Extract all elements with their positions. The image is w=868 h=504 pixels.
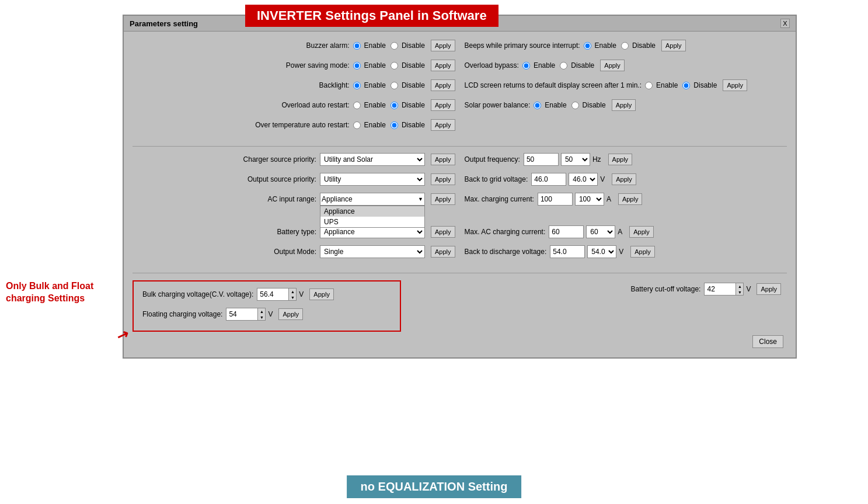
output-freq-right: Output frequency: 50 60 Hz Apply [460,153,787,166]
overloadbypass-disable-radio[interactable] [560,62,567,69]
backlight-enable-label: Enable [364,81,386,89]
solarbalance-radio-group: Enable Disable [534,101,608,109]
powersaving-radio-group: Enable Disable [353,61,427,69]
lcd-disable-radio[interactable] [682,82,690,89]
float-spin-up-button[interactable]: ▲ [258,308,265,314]
maxcharging-input[interactable] [538,193,573,206]
outputmode-backdischarge-row: Output Mode: Single Parallel Phase 1 Pha… [133,244,787,260]
charger-source-select[interactable]: Utility and Solar Solar First Solar and … [320,153,425,166]
float-v-unit: V [268,310,273,318]
beeps-right: Beeps while primary source interrupt: En… [460,40,787,51]
powersaving-left: Power saving mode: Enable Disable Apply [133,60,460,71]
solarbalance-disable-radio[interactable] [571,102,579,109]
backgrid-select[interactable]: 46.0 [569,173,598,186]
backlight-enable-radio[interactable] [353,82,361,89]
acinput-option-appliance[interactable]: Appliance [320,206,424,217]
float-apply-button[interactable]: Apply [278,308,303,320]
cutoff-apply-button[interactable]: Apply [757,283,781,295]
bottom-banner: no EQUALIZATION Setting [347,475,522,498]
title-banner: INVERTER Settings Panel in Software [245,5,499,27]
hz-unit: Hz [592,155,601,164]
charger-source-apply-button[interactable]: Apply [431,154,455,165]
backgrid-input[interactable] [531,173,566,186]
backdischarge-select[interactable]: 54.0 [587,245,616,258]
section-divider-1 [133,146,787,147]
panel-close-button[interactable]: X [780,19,790,28]
output-source-apply-button[interactable]: Apply [431,173,455,185]
bulk-spin-up-button[interactable]: ▲ [289,289,296,294]
float-voltage-input[interactable] [226,308,258,321]
acinput-apply-button[interactable]: Apply [431,193,455,205]
outputmode-apply-button[interactable]: Apply [431,246,455,258]
beeps-disable-radio[interactable] [621,42,629,50]
backdischarge-input[interactable] [550,245,585,258]
outputmode-label: Output Mode: [274,248,316,256]
output-freq-input[interactable] [524,153,559,166]
overloadrestart-enable-radio[interactable] [353,102,361,109]
float-spin-down-button[interactable]: ▼ [258,314,265,320]
cutoff-spin-up-button[interactable]: ▲ [736,283,743,289]
acinput-option-ups[interactable]: UPS [320,217,424,227]
tempautorestart-enable-label: Enable [364,121,386,129]
overloadrestart-disable-radio[interactable] [391,102,398,109]
overloadbypass-right: Overload bypass: Enable Disable Apply [460,60,787,71]
output-source-select[interactable]: Utility Solar SBU [320,173,425,186]
outputmode-dropdown-wrapper: Single Parallel Phase 1 Phase 2 Phase 3 … [320,245,455,258]
outputmode-select[interactable]: Single Parallel Phase 1 Phase 2 Phase 3 [320,245,425,258]
maxcharging-label: Max. charging current: [465,195,534,203]
buzzer-enable-radio[interactable] [353,42,361,50]
section-divider-2 [133,273,787,273]
beeps-apply-button[interactable]: Apply [661,40,686,51]
backlight-disable-radio[interactable] [391,82,398,89]
acinput-dropdown-trigger[interactable]: Appliance ▼ [320,193,425,206]
tempautorestart-enable-radio[interactable] [353,121,361,129]
float-voltage-row: Floating charging voltage: ▲ ▼ V Apply [142,306,391,322]
lcd-label: LCD screen returns to default display sc… [465,81,642,89]
solarbalance-apply-button[interactable]: Apply [612,99,636,111]
buzzer-apply-button[interactable]: Apply [431,40,455,51]
bulk-spinbox-arrows: ▲ ▼ [289,288,297,301]
bulk-apply-button[interactable]: Apply [309,289,334,300]
tempautorestart-disable-radio[interactable] [391,121,398,129]
powersaving-enable-radio[interactable] [353,62,361,69]
buzzer-label: Buzzer alarm: [306,41,350,50]
maxaccharging-apply-button[interactable]: Apply [629,226,654,238]
backgrid-dropdown-wrapper: 46.0 V Apply [531,173,636,186]
maxcharging-right: Max. charging current: 100 A Apply [460,193,787,206]
cutoff-area: Battery cut-off voltage: ▲ ▼ V Apply [401,278,787,296]
tempautorestart-radio-group: Enable Disable [353,121,427,129]
solarbalance-label: Solar power balance: [465,101,531,109]
maxcharging-select[interactable]: 100 [575,193,604,206]
cutoff-spin-down-button[interactable]: ▼ [736,289,743,295]
maxaccharging-input[interactable] [549,225,584,238]
solarbalance-enable-radio[interactable] [534,102,541,109]
cutoff-voltage-input[interactable] [704,283,736,296]
maxcharging-dropdown-wrapper: 100 A Apply [538,193,643,206]
tempautorestart-apply-button[interactable]: Apply [431,119,455,131]
buzzer-disable-radio[interactable] [391,42,398,50]
bulk-voltage-input[interactable] [257,288,289,301]
overloadrestart-apply-button[interactable]: Apply [431,99,455,111]
powersaving-apply-button[interactable]: Apply [431,60,455,71]
lcd-apply-button[interactable]: Apply [723,79,747,91]
output-freq-select[interactable]: 50 60 [561,153,590,166]
output-source-dropdown-wrapper: Utility Solar SBU Apply [320,173,455,186]
output-freq-apply-button[interactable]: Apply [608,154,633,165]
lcd-enable-radio[interactable] [645,82,653,89]
overloadbypass-enable-radio[interactable] [522,62,530,69]
maxaccharging-right: Max. AC charging current: 60 A Apply [460,225,787,238]
maxcharging-apply-button[interactable]: Apply [618,193,643,205]
beeps-enable-radio[interactable] [584,42,591,50]
powersaving-disable-radio[interactable] [391,62,398,69]
maxaccharging-select[interactable]: 60 [586,225,615,238]
float-voltage-label: Floating charging voltage: [142,310,222,318]
bulk-spin-down-button[interactable]: ▼ [289,294,296,300]
batttype-apply-button[interactable]: Apply [431,226,455,238]
backgrid-apply-button[interactable]: Apply [612,173,636,185]
overloadbypass-apply-button[interactable]: Apply [600,60,625,71]
close-panel-button[interactable]: Close [752,335,783,348]
backdischarge-apply-button[interactable]: Apply [630,246,655,258]
backlight-apply-button[interactable]: Apply [431,79,455,91]
toggle-settings-section: Buzzer alarm: Enable Disable Apply Beeps… [133,37,787,141]
output-source-left: Output source priority: Utility Solar SB… [133,173,460,186]
